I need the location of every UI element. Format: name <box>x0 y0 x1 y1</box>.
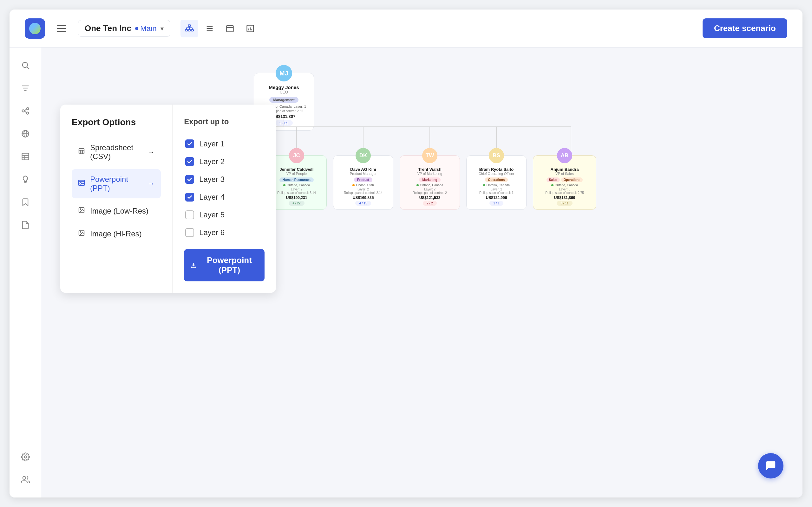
ceo-title: CEO <box>258 90 309 95</box>
svg-point-39 <box>24 456 26 458</box>
dk-salary: US$169,835 <box>337 195 389 200</box>
sidebar-item-bulb[interactable] <box>15 169 36 189</box>
logo-icon <box>29 23 41 34</box>
img-lo-icon <box>78 207 85 216</box>
layer-4-label: Layer 4 <box>199 193 224 202</box>
create-scenario-button[interactable]: Create scenario <box>703 18 787 38</box>
tw-salary: US$121,533 <box>404 195 456 200</box>
export-layers-section: Export up to Layer 1 Layer 2 <box>172 105 276 293</box>
svg-rect-0 <box>188 25 190 26</box>
ab-location: Ontario, Canada <box>555 183 578 187</box>
export-download-label: Powerpoint (PPT) <box>200 256 258 275</box>
bs-expand[interactable]: 1 / 1 <box>490 201 503 206</box>
jc-name: Jennifer Caldwell <box>270 167 322 172</box>
dk-avatar: DK <box>356 148 371 163</box>
sidebar-item-connector[interactable] <box>15 101 36 121</box>
sidebar-item-settings[interactable] <box>15 447 36 467</box>
layer-2-checkbox[interactable] <box>185 157 194 166</box>
node-tw[interactable]: TW Trent Walsh VP of Marketing Marketing… <box>400 155 460 210</box>
export-option-img-hi[interactable]: Image (Hi-Res) <box>72 224 161 244</box>
layer-5-item[interactable]: Layer 5 <box>184 206 264 224</box>
svg-rect-1 <box>185 30 188 31</box>
tw-name: Trent Walsh <box>404 167 456 172</box>
bs-name: Bram Ryota Saito <box>470 167 522 172</box>
sidebar-item-globe[interactable] <box>15 124 36 144</box>
ceo-avatar: MJ <box>275 65 292 81</box>
svg-point-27 <box>22 110 24 112</box>
ceo-tag: Management <box>269 97 298 103</box>
ab-rollup: Rollup span of control: 2.75 <box>537 191 592 194</box>
workspace-branch: Main <box>135 24 157 33</box>
nav-tool-chart[interactable] <box>241 20 259 38</box>
export-download-button[interactable]: Powerpoint (PPT) <box>184 249 264 281</box>
sidebar-item-filter[interactable] <box>15 78 36 98</box>
chat-button[interactable] <box>758 453 783 478</box>
jc-expand[interactable]: 4 / 22 <box>289 201 304 206</box>
export-title: Export Options <box>72 117 161 127</box>
workspace-name: One Ten Inc <box>85 23 131 33</box>
bs-rollup: Rollup span of control: 1 <box>470 191 522 194</box>
layer-3-label: Layer 3 <box>199 175 224 184</box>
svg-point-22 <box>22 62 27 67</box>
node-dk[interactable]: DK Dave AG Kim Product Manager Product L… <box>333 155 393 210</box>
jc-avatar: JC <box>289 148 304 163</box>
ppt-icon <box>78 179 85 188</box>
layer-6-item[interactable]: Layer 6 <box>184 224 264 241</box>
img-hi-icon <box>78 229 85 238</box>
tw-layer: Layer: 2 <box>404 187 456 191</box>
sidebar-item-search[interactable] <box>15 55 36 75</box>
svg-point-51 <box>80 209 81 210</box>
layer-4-checkbox[interactable] <box>185 193 194 202</box>
logo-button[interactable] <box>25 18 45 39</box>
node-bs[interactable]: BS Bram Ryota Saito Chief Operating Offi… <box>466 155 526 210</box>
csv-icon <box>78 148 85 157</box>
svg-point-48 <box>80 182 82 184</box>
export-option-csv[interactable]: Spreadsheet (CSV) → <box>72 137 161 167</box>
tw-expand[interactable]: 2 / 2 <box>423 201 437 206</box>
layer-4-item[interactable]: Layer 4 <box>184 188 264 206</box>
sidebar-item-list[interactable] <box>15 147 36 167</box>
export-panel-inner: Export Options Spreadsheet (CSV) → <box>60 105 276 293</box>
tw-tag: Marketing <box>419 177 440 182</box>
dk-layer: Layer: 2 <box>337 187 389 191</box>
layer-2-item[interactable]: Layer 2 <box>184 153 264 170</box>
tw-avatar: TW <box>422 148 438 163</box>
bs-title: Chief Operating Officer <box>470 172 522 176</box>
layer-1-checkbox[interactable] <box>185 139 194 148</box>
csv-label: Spreadsheet (CSV) <box>90 143 142 161</box>
layer-3-checkbox[interactable] <box>185 175 194 184</box>
layer-5-checkbox[interactable] <box>185 210 194 219</box>
workspace-selector[interactable]: One Ten Inc Main ▾ <box>78 20 170 37</box>
tw-title: VP of Marketing <box>404 172 456 176</box>
export-option-ppt[interactable]: Powerpoint (PPT) → <box>72 169 161 199</box>
ppt-label: Powerpoint (PPT) <box>90 175 142 193</box>
bs-location: Ontario, Canada <box>487 183 510 187</box>
chevron-down-icon: ▾ <box>160 25 164 32</box>
nav-tool-org-chart[interactable] <box>181 20 198 38</box>
bs-layer: Layer: 2 <box>470 187 522 191</box>
node-ab[interactable]: AB Anjum Bandra VP of Sales Sales Operat… <box>533 155 596 210</box>
nav-tool-list[interactable] <box>201 20 218 38</box>
ab-location-dot <box>551 184 554 186</box>
sidebar-item-file[interactable] <box>15 215 36 235</box>
svg-point-28 <box>26 108 29 110</box>
layer-1-item[interactable]: Layer 1 <box>184 135 264 153</box>
sidebar-item-people[interactable] <box>15 469 36 490</box>
layer-6-label: Layer 6 <box>199 228 224 237</box>
layer-3-item[interactable]: Layer 3 <box>184 170 264 188</box>
svg-point-29 <box>26 112 29 114</box>
export-option-img-lo[interactable]: Image (Low-Res) <box>72 201 161 221</box>
dk-expand[interactable]: 4 / 15 <box>355 201 371 206</box>
ceo-layer: Layer: 1 <box>293 105 306 108</box>
nav-tool-calendar[interactable] <box>221 20 239 38</box>
sidebar-item-bookmark[interactable] <box>15 192 36 212</box>
nav-tools <box>181 20 259 38</box>
jc-salary: US$190,231 <box>270 195 322 200</box>
ab-expand[interactable]: 3 / 11 <box>557 201 572 206</box>
svg-rect-14 <box>226 25 233 32</box>
layer-6-checkbox[interactable] <box>185 228 194 237</box>
ceo-expand[interactable]: 9 / 69 <box>275 120 293 126</box>
export-options-section: Export Options Spreadsheet (CSV) → <box>60 105 172 293</box>
dk-title: Product Manager <box>337 172 389 176</box>
menu-button[interactable] <box>53 20 70 38</box>
